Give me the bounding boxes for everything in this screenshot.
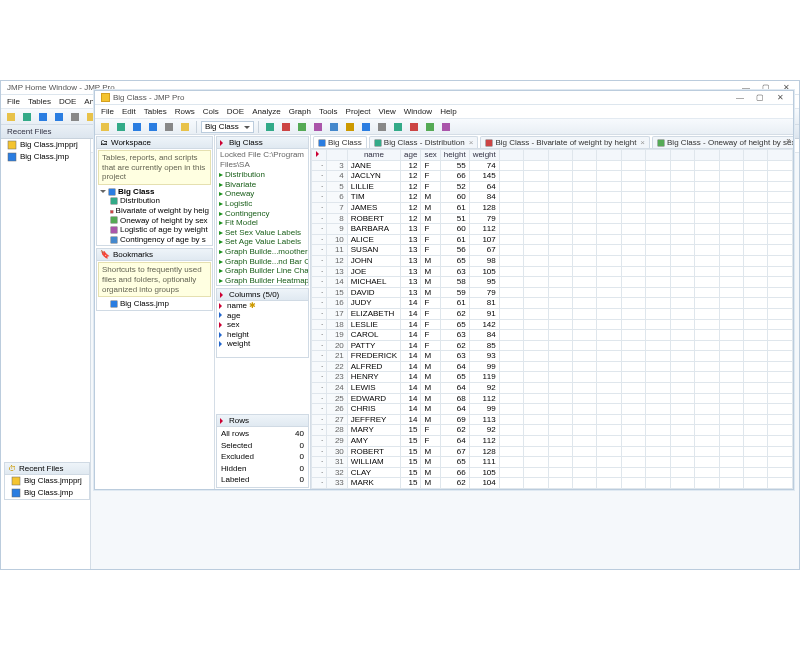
menu-doe[interactable]: DOE	[227, 107, 244, 117]
toolbar-button-1[interactable]	[20, 110, 34, 124]
table-script[interactable]: ▸Distribution	[217, 170, 308, 180]
menu-doe[interactable]: DOE	[59, 97, 76, 107]
toolbar-button-2[interactable]	[36, 110, 50, 124]
menu-cols[interactable]: Cols	[203, 107, 219, 117]
toolbar-button-4[interactable]	[162, 120, 176, 134]
table-row[interactable]: ·14MICHAEL13M5895	[312, 277, 793, 288]
file-item[interactable]: Big Class.jmp	[1, 151, 90, 163]
table-row[interactable]: ·22ALFRED14M6499	[312, 361, 793, 372]
column-header[interactable]: weight	[469, 150, 499, 161]
table-row[interactable]: ·10ALICE13F61107	[312, 234, 793, 245]
document-tabbar[interactable]: Big ClassBig Class - Distribution×Big Cl…	[311, 135, 793, 149]
tab[interactable]: Big Class - Bivariate of weight by heigh…	[480, 136, 650, 148]
table-row[interactable]: ·3JANE12F5574	[312, 160, 793, 171]
toolbar-button-b9[interactable]	[407, 120, 421, 134]
table-script[interactable]: ▸Graph Builde...moother Line	[217, 247, 308, 257]
table-script[interactable]: ▸Bivariate	[217, 180, 308, 190]
table-row[interactable]: ·30ROBERT15M67128	[312, 446, 793, 457]
table-row[interactable]: ·26CHRIS14M6499	[312, 404, 793, 415]
inner-maximize-button[interactable]: ▢	[753, 93, 767, 103]
toolbar-button-b7[interactable]	[375, 120, 389, 134]
table-script[interactable]: ▸Graph Builder Line Chart	[217, 266, 308, 276]
menu-help[interactable]: Help	[440, 107, 456, 117]
toolbar-button-b1[interactable]	[279, 120, 293, 134]
table-row[interactable]: ·16JUDY14F6181	[312, 298, 793, 309]
table-row[interactable]: ·21FREDERICK14M6393	[312, 351, 793, 362]
menu-file[interactable]: File	[101, 107, 114, 117]
column-header[interactable]: name	[347, 150, 400, 161]
tree-item[interactable]: Distribution	[100, 196, 209, 206]
menu-window[interactable]: Window	[404, 107, 432, 117]
menu-tools[interactable]: Tools	[319, 107, 338, 117]
recent-item[interactable]: Big Class.jmp	[5, 487, 89, 499]
disclosure-icon[interactable]	[220, 418, 226, 424]
file-item[interactable]: Big Class.jmpprj	[1, 139, 90, 151]
toolbar-button-b4[interactable]	[327, 120, 341, 134]
menu-rows[interactable]: Rows	[175, 107, 195, 117]
table-row[interactable]: ·8ROBERT12M5179	[312, 213, 793, 224]
table-row[interactable]: ·23HENRY14M65119	[312, 372, 793, 383]
table-row[interactable]: ·17ELIZABETH14F6291	[312, 308, 793, 319]
disclosure-icon[interactable]	[220, 140, 226, 146]
inner-minimize-button[interactable]: —	[733, 93, 747, 103]
toolbar-button-b3[interactable]	[311, 120, 325, 134]
column-item[interactable]: weight	[217, 339, 308, 349]
table-script[interactable]: ▸Contingency	[217, 209, 308, 219]
table-row[interactable]: ·25EDWARD14M68112	[312, 393, 793, 404]
table-row[interactable]: ·18LESLIE14F65142	[312, 319, 793, 330]
toolbar-button-b0[interactable]	[263, 120, 277, 134]
bookmark-item[interactable]: Big Class.jmp	[100, 299, 209, 309]
toolbar-button-3[interactable]	[146, 120, 160, 134]
table-script[interactable]: ▸Set Sex Value Labels	[217, 228, 308, 238]
tab[interactable]: Big Class - Oneway of height by sex×	[652, 136, 793, 148]
table-row[interactable]: ·12JOHN13M6598	[312, 255, 793, 266]
corner-disclosure-icon[interactable]	[316, 151, 322, 157]
toolbar-button-b5[interactable]	[343, 120, 357, 134]
table-script[interactable]: ▸Logistic	[217, 199, 308, 209]
menu-graph[interactable]: Graph	[289, 107, 311, 117]
toolbar-button-0[interactable]	[4, 110, 18, 124]
tree-item[interactable]: Logistic of age by weight	[100, 225, 209, 235]
toolbar-button-b10[interactable]	[423, 120, 437, 134]
inner-menubar[interactable]: FileEditTablesRowsColsDOEAnalyzeGraphToo…	[95, 105, 793, 119]
menu-tables[interactable]: Tables	[144, 107, 167, 117]
column-item[interactable]: sex	[217, 320, 308, 330]
toolbar-button-b6[interactable]	[359, 120, 373, 134]
tab[interactable]: Big Class	[313, 136, 367, 148]
menu-analyze[interactable]: Analyze	[252, 107, 280, 117]
table-row[interactable]: ·13JOE13M63105	[312, 266, 793, 277]
disclosure-icon[interactable]	[220, 292, 226, 298]
table-script[interactable]: ▸Graph Builder Heatmap	[217, 276, 308, 286]
table-row[interactable]: ·4JACLYN12F66145	[312, 171, 793, 182]
table-row[interactable]: ·9BARBARA13F60112	[312, 224, 793, 235]
menu-view[interactable]: View	[378, 107, 395, 117]
toolbar-button-1[interactable]	[114, 120, 128, 134]
table-script[interactable]: ▸Oneway	[217, 189, 308, 199]
table-row[interactable]: ·27JEFFREY14M69113	[312, 414, 793, 425]
table-row[interactable]: ·24LEWIS14M6492	[312, 383, 793, 394]
table-row[interactable]: ·29AMY15F64112	[312, 436, 793, 447]
tree-item[interactable]: Bivariate of weight by heig	[100, 206, 209, 216]
tabs-overflow-icon[interactable]: »	[787, 136, 791, 146]
column-item[interactable]: age	[217, 311, 308, 321]
toolbar-button-5[interactable]	[178, 120, 192, 134]
table-row[interactable]: ·31WILLIAM15M65111	[312, 457, 793, 468]
menu-tables[interactable]: Tables	[28, 97, 51, 107]
table-row[interactable]: ·32CLAY15M66105	[312, 467, 793, 478]
table-row[interactable]: ·34DANNY15M66106	[312, 489, 793, 490]
recent-item[interactable]: Big Class.jmpprj	[5, 475, 89, 487]
column-item[interactable]: name ✱	[217, 301, 308, 311]
toolbar-button-3[interactable]	[52, 110, 66, 124]
data-grid[interactable]: nameagesexheightweight·3JANE12F5574·4JAC…	[311, 149, 793, 489]
column-header[interactable]: height	[440, 150, 469, 161]
menu-project[interactable]: Project	[346, 107, 371, 117]
table-script[interactable]: ▸Fit Model	[217, 218, 308, 228]
tree-item[interactable]: Contingency of age by s	[100, 235, 209, 245]
column-header[interactable]: age	[401, 150, 421, 161]
table-row[interactable]: ·19CAROL14F6384	[312, 330, 793, 341]
table-row[interactable]: ·11SUSAN13F5667	[312, 245, 793, 256]
table-script[interactable]: ▸Set Age Value Labels	[217, 237, 308, 247]
toolbar-button-b2[interactable]	[295, 120, 309, 134]
inner-toolbar[interactable]: Big Class	[95, 119, 793, 135]
toolbar-button-b8[interactable]	[391, 120, 405, 134]
